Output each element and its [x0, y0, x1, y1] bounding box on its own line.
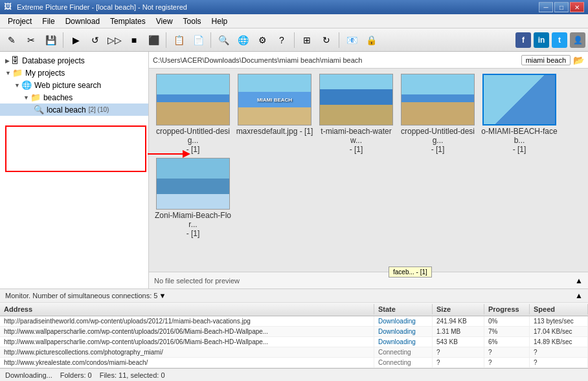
image-label-1: cropped-Untitled-desig... - [1] — [154, 127, 232, 154]
cell-progress-2: 7% — [484, 327, 530, 336]
image-label-6: Zoni-Miami-Beach-Flor... - [1] — [154, 211, 232, 238]
table-row[interactable]: http://www.wallpaperscharlie.com/wp-cont… — [0, 327, 588, 337]
twitter-button[interactable]: t — [552, 32, 567, 48]
toolbar-play[interactable]: ▶ — [67, 31, 85, 49]
monitor-toggle[interactable]: ▲ — [575, 291, 583, 300]
monitor-text: Monitor. Number of simultaneous connecti… — [5, 292, 157, 299]
expand-arrow: ▶ — [5, 58, 10, 64]
database-icon: 🗄 — [11, 56, 19, 65]
toolbar-web[interactable]: 🌐 — [234, 31, 252, 49]
right-panel: C:\Users\ACER\Downloads\Documents\miami … — [149, 52, 588, 288]
facebook-button[interactable]: f — [515, 32, 531, 48]
image-item-1[interactable]: cropped-Untitled-desig... - [1] — [154, 74, 232, 154]
tree-item-web-picture-search[interactable]: ▼ 🌐 Web picture search — [0, 79, 148, 91]
cell-address-1: http://paradiseintheworld.com/wp-content… — [0, 316, 374, 326]
toolbar-sep-5 — [339, 32, 339, 48]
cell-state-1: Downloading — [374, 316, 433, 326]
toolbar-cut[interactable]: ✂ — [22, 31, 40, 49]
image-thumb-1 — [156, 74, 230, 125]
image-item-6[interactable]: Zoni-Miami-Beach-Flor... - [1] — [154, 158, 232, 238]
tree-item-database-projects[interactable]: ▶ 🗄 Database projects — [0, 54, 148, 67]
cell-progress-5: ? — [484, 358, 530, 367]
toolbar-edit[interactable]: ✎ — [3, 31, 21, 49]
toolbar-record[interactable]: ⬛ — [144, 31, 163, 49]
image-label-4: cropped-Untitled-desig... - [1] — [399, 127, 477, 154]
cell-address-3: http://www.wallpaperscharlie.com/wp-cont… — [0, 337, 374, 347]
image-grid: cropped-Untitled-desig... - [1] maxresde… — [149, 69, 588, 272]
col-size: Size — [433, 304, 484, 314]
tree-item-beaches[interactable]: ▼ 📁 beaches — [0, 91, 148, 103]
monitor-bar: Monitor. Number of simultaneous connecti… — [0, 288, 588, 303]
path-bar: C:\Users\ACER\Downloads\Documents\miami … — [149, 52, 588, 69]
preview-toggle[interactable]: ▲ — [575, 276, 583, 285]
expand-arrow-2: ▼ — [5, 70, 11, 76]
cell-size-3: 543 KB — [433, 337, 484, 347]
path-badge[interactable]: miami beach — [521, 55, 571, 65]
close-button[interactable]: ✕ — [570, 2, 584, 12]
menu-help[interactable]: Help — [207, 16, 233, 27]
tree-label-database: Database projects — [22, 56, 85, 65]
image-item-3[interactable]: t-miami-beach-waterw... - [1] — [317, 74, 395, 154]
toolbar-stop[interactable]: ■ — [125, 31, 143, 49]
cell-size-2: 1.31 MB — [433, 327, 484, 336]
cell-speed-5: ? — [530, 358, 588, 367]
status-downloading: Downloading... — [5, 371, 52, 379]
image-thumb-6 — [156, 158, 230, 210]
cell-size-4: ? — [433, 347, 484, 357]
status-bar: Downloading... Folders: 0 Files: 11, sel… — [0, 368, 588, 381]
toolbar-right: f in t 👤 — [515, 32, 585, 48]
cell-speed-1: 113 bytes/sec — [530, 316, 588, 326]
cell-state-5: Connecting — [374, 358, 433, 367]
cell-size-5: ? — [433, 358, 484, 367]
window-controls: ─ □ ✕ — [539, 2, 584, 12]
col-speed: Speed — [530, 304, 588, 314]
cell-address-2: http://www.wallpaperscharlie.com/wp-cont… — [0, 327, 374, 336]
toolbar-refresh[interactable]: ↺ — [86, 31, 104, 49]
toolbar-settings[interactable]: ⚙ — [253, 31, 271, 49]
minimize-button[interactable]: ─ — [539, 2, 553, 12]
image-label-2: maxresdefault.jpg - [1] — [236, 127, 313, 136]
toolbar-lock[interactable]: 🔒 — [362, 31, 380, 49]
cell-progress-3: 6% — [484, 337, 530, 347]
menu-view[interactable]: View — [151, 16, 178, 27]
tree-item-local-beach[interactable]: 🔍 local beach [2] (10) — [0, 103, 148, 116]
toolbar-help[interactable]: ? — [273, 31, 291, 49]
image-item-4[interactable]: cropped-Untitled-desig... - [1] — [399, 74, 477, 154]
open-folder-icon[interactable]: 📂 — [573, 55, 584, 65]
left-panel: ▶ 🗄 Database projects ▼ 📁 My projects ▼ … — [0, 52, 149, 288]
menu-project[interactable]: Project — [3, 16, 37, 27]
preview-text: No file selected for preview — [154, 277, 240, 285]
table-row[interactable]: http://www.wallpaperscharlie.com/wp-cont… — [0, 337, 588, 347]
toolbar-search[interactable]: 🔍 — [214, 31, 232, 49]
col-progress: Progress — [484, 304, 530, 314]
tooltip: faceb... - [1] — [389, 267, 432, 272]
toolbar-save[interactable]: 💾 — [41, 31, 60, 49]
highlight-box — [5, 125, 146, 172]
menu-tools[interactable]: Tools — [178, 16, 207, 27]
monitor-dropdown[interactable]: ▼ — [159, 292, 166, 299]
toolbar-file[interactable]: 📄 — [189, 31, 207, 49]
toolbar-rotate[interactable]: ↻ — [317, 31, 335, 49]
toolbar-grid[interactable]: ⊞ — [298, 31, 316, 49]
linkedin-button[interactable]: in — [534, 32, 549, 48]
status-folders: Folders: 0 — [60, 371, 92, 379]
menu-download[interactable]: Download — [60, 16, 105, 27]
cell-speed-3: 14.89 KB/sec — [530, 337, 588, 347]
image-item-5[interactable]: o-MIAMI-BEACH-faceb... - [1] faceb... - … — [481, 74, 558, 154]
toolbar-clipboard[interactable]: 📋 — [170, 31, 188, 49]
profile-button[interactable]: 👤 — [570, 32, 585, 48]
table-row[interactable]: http://www.picturescollections.com/photo… — [0, 347, 588, 358]
tree-item-my-projects[interactable]: ▼ 📁 My projects — [0, 67, 148, 79]
menu-bar: Project File Download Templates View Too… — [0, 14, 588, 28]
image-thumb-2 — [238, 74, 311, 125]
col-address: Address — [0, 304, 374, 314]
cell-address-4: http://www.picturescollections.com/photo… — [0, 347, 374, 357]
menu-file[interactable]: File — [37, 16, 60, 27]
image-item-2[interactable]: maxresdefault.jpg - [1] — [236, 74, 313, 154]
menu-templates[interactable]: Templates — [105, 16, 151, 27]
toolbar-email[interactable]: 📧 — [343, 31, 361, 49]
toolbar-play2[interactable]: ▷▷ — [106, 31, 124, 49]
table-row[interactable]: http://www.ykrealestate.com/condos/miami… — [0, 358, 588, 368]
maximize-button[interactable]: □ — [554, 2, 569, 12]
table-row[interactable]: http://paradiseintheworld.com/wp-content… — [0, 316, 588, 327]
